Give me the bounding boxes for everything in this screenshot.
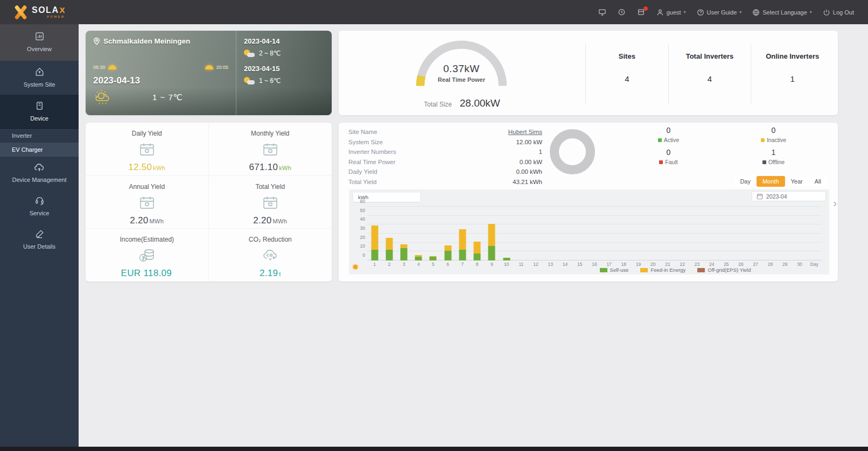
sidebar-subitem-inverter[interactable]: Inverter — [0, 129, 79, 143]
user-name: guest — [667, 9, 681, 16]
sidebar-item-device-management[interactable]: Device Management — [0, 157, 79, 189]
monitor-icon[interactable] — [598, 8, 607, 17]
bar-day-10 — [499, 207, 514, 260]
bar-segment-self-use[interactable] — [459, 250, 466, 260]
chart-marker-dot[interactable] — [352, 264, 359, 270]
date-picker[interactable]: 2023-04 — [752, 191, 826, 201]
device-icon — [34, 101, 45, 112]
bar-segment-feed-in-energy[interactable] — [474, 242, 481, 253]
site-info-row: Site NameHubert Sims — [348, 127, 542, 137]
logout-button[interactable]: Log Out — [823, 9, 854, 16]
y-tick-label: 30 — [353, 226, 365, 231]
solax-logo: SOLA X POWER — [13, 5, 65, 20]
tab-month[interactable]: Month — [757, 176, 785, 187]
yield-value: 2.20MWh — [130, 215, 164, 226]
bar-segment-feed-in-energy[interactable] — [401, 244, 408, 248]
bar-segment-self-use[interactable] — [430, 257, 437, 260]
system-site-icon — [34, 67, 45, 78]
y-tick-label: 20 — [353, 235, 365, 240]
bar-segment-self-use[interactable] — [415, 257, 422, 260]
bar-segment-feed-in-energy[interactable] — [444, 245, 451, 251]
x-tick-label: 22 — [675, 262, 690, 267]
tab-day[interactable]: Day — [734, 176, 757, 187]
bar-day-11 — [514, 207, 528, 260]
yield-annual-yield: Annual Yield2.20MWh — [86, 176, 209, 229]
bar-segment-feed-in-energy[interactable] — [488, 224, 495, 246]
sidebar-item-label: Device Management — [12, 177, 67, 183]
language-label: Select Language — [762, 9, 807, 16]
bar-segment-feed-in-energy[interactable] — [371, 226, 378, 250]
x-tick-label: 16 — [587, 262, 601, 267]
bar-segment-self-use[interactable] — [488, 246, 495, 260]
legend-self-use[interactable]: Self-use — [600, 267, 629, 273]
yield-number: 12.50 — [128, 162, 152, 172]
forecast-date: 2023-04-15 — [244, 65, 324, 73]
notification-icon[interactable] — [637, 8, 646, 17]
sidebar-item-system-site[interactable]: System Site — [0, 61, 79, 94]
bar-segment-feed-in-energy[interactable] — [415, 255, 422, 257]
site-info-value: 0.00 kW — [520, 159, 542, 165]
bar-segment-self-use[interactable] — [371, 250, 378, 260]
status-name: Offline — [768, 159, 785, 165]
status-bullet-icon — [761, 138, 765, 142]
bar-day-28 — [763, 207, 778, 260]
status-bullet-icon — [658, 138, 662, 142]
x-tick-label: 29 — [778, 262, 792, 267]
yield-number: 671.10 — [249, 162, 278, 172]
x-tick-label: 17 — [602, 262, 617, 267]
weather-location: Schmalkalden Meiningen — [103, 37, 190, 45]
sidebar-item-service[interactable]: Service — [0, 189, 79, 223]
language-menu[interactable]: Select Language ▾ — [752, 9, 812, 16]
stat-sites: Sites4 — [585, 44, 668, 104]
tab-year[interactable]: Year — [785, 176, 809, 187]
bar-day-20 — [646, 207, 660, 260]
sidebar-item-user-details[interactable]: User Details — [0, 223, 79, 256]
bar-segment-self-use[interactable] — [401, 248, 408, 260]
yield-label: Monthly Yield — [251, 130, 289, 137]
sidebar-item-overview[interactable]: Overview — [0, 24, 79, 61]
sidebar-item-label: Overview — [27, 46, 52, 52]
legend-feed-in-energy[interactable]: Feed-in Energy — [640, 267, 685, 273]
x-tick-label: 10 — [499, 262, 514, 267]
bar-segment-feed-in-energy[interactable] — [459, 229, 466, 250]
yield-grid: Daily Yield12.50kWhMonthly Yield671.10kW… — [86, 123, 332, 281]
stat-online-inverters: Online Inverters1 — [751, 44, 834, 104]
status-label: Inactive — [761, 137, 786, 143]
weather-date: 2023-04-13 — [93, 75, 228, 86]
caret-down-icon: ▾ — [684, 10, 686, 15]
status-inactive: 0Inactive — [721, 126, 826, 143]
alarm-icon[interactable] — [618, 8, 626, 17]
user-guide-menu[interactable]: User Guide ▾ — [697, 9, 742, 16]
site-info-row: Total Yield43.21 kWh — [348, 177, 542, 187]
site-info-value: 43.21 kWh — [513, 179, 542, 185]
legend-label: Feed-in Energy — [650, 267, 685, 273]
site-info-label: Real Time Power — [348, 159, 396, 165]
sidebar-subitem-ev-charger[interactable]: EV Charger — [0, 143, 79, 157]
bar-segment-self-use[interactable] — [386, 250, 393, 260]
forecast-temp: 1 ~ 6℃ — [259, 77, 281, 84]
total-size-label: Total Size — [424, 101, 452, 108]
tab-all[interactable]: All — [809, 176, 827, 187]
x-tick-label: 2 — [382, 262, 396, 267]
bar-segment-self-use[interactable] — [474, 253, 481, 260]
bar-segment-self-use[interactable] — [503, 258, 510, 260]
bar-segment-feed-in-energy[interactable] — [386, 238, 393, 250]
weather-temp: 1 ~ 7℃ — [152, 93, 183, 102]
user-menu[interactable]: guest ▾ — [656, 9, 686, 16]
bar-day-1 — [367, 207, 382, 260]
bar-segment-feed-in-energy[interactable] — [430, 256, 437, 257]
status-label: Offline — [762, 159, 785, 165]
x-tick-label: 14 — [558, 262, 572, 267]
stat-value: 1 — [790, 74, 795, 83]
sidebar-item-device[interactable]: Device — [0, 94, 79, 129]
bar-day-23 — [690, 207, 704, 260]
bar-day-16 — [587, 207, 601, 260]
site-info-row: Inverter Numbers1 — [348, 147, 542, 157]
carousel-next-icon[interactable]: › — [833, 197, 837, 209]
bar-day-3 — [396, 207, 411, 260]
legend-off-grid-eps-yield[interactable]: Off-grid(EPS) Yield — [697, 267, 751, 273]
bar-segment-self-use[interactable] — [444, 251, 451, 260]
yield-value: 671.10kWh — [249, 162, 291, 173]
site-info-value-link[interactable]: Hubert Sims — [508, 129, 542, 135]
yield-label: Daily Yield — [132, 130, 162, 137]
